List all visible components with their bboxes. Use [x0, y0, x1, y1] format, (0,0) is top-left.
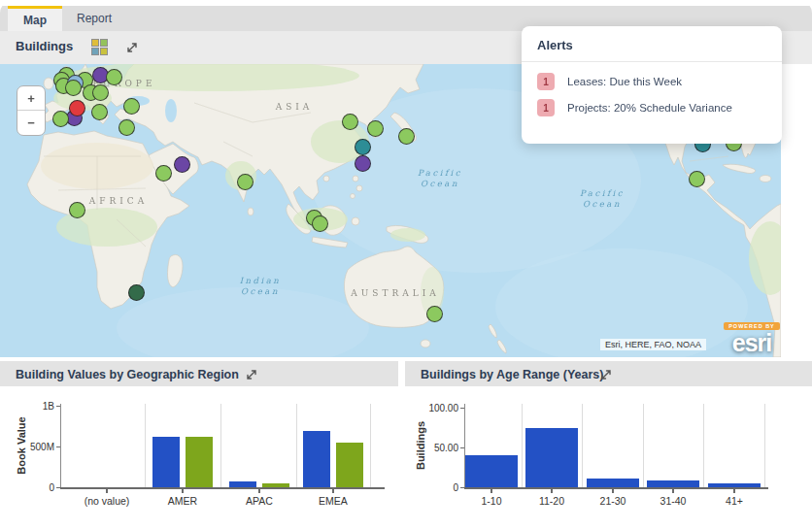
- map-marker-green[interactable]: [426, 306, 443, 322]
- bar-blue-AMER[interactable]: [152, 437, 180, 488]
- map-marker-green[interactable]: [689, 171, 705, 187]
- ocean-label-line: Ocean: [418, 179, 462, 189]
- alert-label: Projects: 20% Schedule Variance: [567, 102, 732, 114]
- x-tick-mark: [672, 489, 674, 493]
- tab-report[interactable]: Report: [62, 6, 126, 31]
- legend-swatch: [100, 39, 108, 47]
- x-tick-mark: [332, 489, 334, 493]
- map-marker-red[interactable]: [69, 100, 85, 116]
- app-window: Map Report Buildings: [0, 0, 812, 529]
- bar-blue-EMEA[interactable]: [303, 431, 330, 487]
- category-label: 21-30: [600, 495, 626, 507]
- map-marker-green[interactable]: [342, 114, 358, 130]
- map-zoom-control: + −: [17, 85, 46, 136]
- continent-label: AUSTRALIA: [351, 288, 440, 298]
- legend-swatch: [91, 48, 99, 55]
- chart-left-title: Building Values by Geographic Region: [16, 368, 239, 381]
- map-marker-green[interactable]: [118, 119, 135, 136]
- alert-label: Leases: Due this Week: [567, 76, 682, 87]
- map-marker-green[interactable]: [65, 80, 82, 96]
- map-marker-green[interactable]: [398, 128, 415, 145]
- map-expand-icon[interactable]: [125, 41, 139, 54]
- ocean-label: PacificOcean: [580, 188, 625, 210]
- x-tick-mark: [551, 489, 553, 493]
- alert-count-badge: 1: [537, 99, 555, 116]
- chart-right-header: Buildings by Age Range (Years): [405, 361, 812, 386]
- alert-item[interactable]: 1Projects: 20% Schedule Variance: [537, 99, 766, 116]
- chart-gridline: [296, 404, 297, 487]
- y-axis-title: Buildings: [415, 421, 426, 470]
- alerts-title: Alerts: [522, 26, 782, 61]
- chart-gridline: [643, 404, 644, 487]
- map-marker-green[interactable]: [237, 174, 254, 190]
- x-axis-line: [464, 487, 768, 489]
- chart-gridline: [522, 404, 523, 487]
- alert-item[interactable]: 1Leases: Due this Week: [537, 73, 766, 90]
- chart-gridline: [145, 404, 146, 487]
- bar-blue-1-10[interactable]: [465, 455, 518, 487]
- ocean-label-line: Ocean: [580, 199, 625, 210]
- esri-wordmark: esri: [723, 332, 781, 353]
- map-marker-green[interactable]: [69, 202, 85, 218]
- alerts-list: 1Leases: Due this Week1Projects: 20% Sch…: [522, 62, 782, 116]
- bar-blue-APAC[interactable]: [229, 481, 256, 487]
- y-tick-mark: [56, 446, 60, 447]
- buildings-title: Buildings: [16, 39, 73, 53]
- category-label: 41+: [726, 495, 743, 507]
- map-marker-green[interactable]: [155, 165, 172, 182]
- y-tick-label: 0: [12, 482, 54, 493]
- bar-blue-31-40[interactable]: [647, 480, 699, 487]
- map-marker-purple[interactable]: [174, 156, 190, 173]
- map-marker-teal[interactable]: [355, 139, 371, 155]
- chart-gridline: [703, 404, 704, 487]
- x-tick-mark: [106, 489, 108, 493]
- zoom-in-button[interactable]: +: [17, 86, 45, 111]
- continent-label: AFRICA: [89, 196, 148, 206]
- bar-blue-41+[interactable]: [708, 483, 761, 487]
- y-tick-label: 100.00: [416, 403, 458, 413]
- bar-blue-11-20[interactable]: [525, 428, 578, 488]
- category-label: AMER: [168, 495, 197, 507]
- tab-map[interactable]: Map: [8, 6, 62, 31]
- map-marker-green[interactable]: [106, 69, 122, 85]
- continent-label: ASIA: [276, 102, 314, 112]
- legend-grid-icon[interactable]: [91, 39, 109, 56]
- chart-panel-building-values: Building Values by Geographic Region 050…: [0, 359, 398, 529]
- chart-left-header: Building Values by Geographic Region: [0, 361, 398, 386]
- bar-green-EMEA[interactable]: [336, 443, 363, 487]
- chart-gridline: [220, 404, 221, 487]
- chart-gridline: [764, 404, 765, 487]
- bar-green-APAC[interactable]: [262, 483, 289, 487]
- map-marker-green[interactable]: [367, 120, 384, 137]
- category-label: EMEA: [319, 495, 348, 507]
- map-marker-green[interactable]: [312, 215, 328, 232]
- map-marker-green[interactable]: [123, 98, 140, 115]
- map-attribution: Esri, HERE, FAO, NOAA: [600, 339, 706, 350]
- x-tick-mark: [258, 489, 260, 493]
- map-marker-dark-green[interactable]: [128, 284, 145, 301]
- y-axis-line: [60, 404, 61, 487]
- y-tick-mark: [56, 487, 60, 488]
- tab-map-label: Map: [23, 14, 47, 27]
- alert-count-badge: 1: [537, 73, 555, 90]
- tab-report-label: Report: [77, 12, 112, 25]
- chart-left-expand-icon[interactable]: [245, 368, 258, 381]
- ocean-label-line: Ocean: [240, 286, 282, 297]
- legend-swatch: [100, 48, 108, 55]
- map-marker-green[interactable]: [52, 111, 69, 127]
- bar-green-AMER[interactable]: [186, 437, 213, 488]
- zoom-out-button[interactable]: −: [17, 111, 45, 135]
- map-marker-green[interactable]: [91, 104, 108, 120]
- category-label: APAC: [246, 495, 273, 507]
- bar-blue-21-30[interactable]: [587, 479, 639, 487]
- ocean-label: PacificOcean: [418, 168, 462, 189]
- category-label: (no value): [85, 495, 130, 507]
- map-marker-green[interactable]: [92, 84, 109, 101]
- chart-gridline: [582, 404, 583, 487]
- chart-right-expand-icon[interactable]: [599, 368, 613, 381]
- alerts-panel: Alerts 1Leases: Due this Week1Projects: …: [522, 26, 782, 144]
- map-marker-purple[interactable]: [355, 155, 371, 172]
- y-tick-mark: [460, 447, 464, 448]
- y-tick-label: 1B: [12, 401, 54, 412]
- ocean-label-line: Pacific: [418, 168, 462, 179]
